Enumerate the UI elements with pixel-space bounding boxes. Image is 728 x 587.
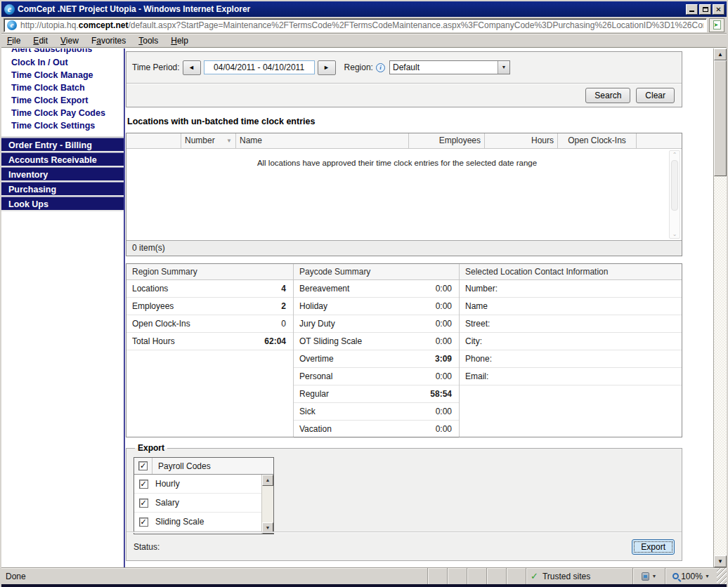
scroll-up-icon[interactable]: ⌃	[672, 152, 677, 158]
sidebar-item[interactable]: Time Clock Export	[1, 94, 124, 107]
contact-row: Name	[460, 298, 682, 315]
summary-row: Total Hours 62:04	[126, 333, 293, 350]
zoom-control[interactable]: 100% ▼	[665, 568, 717, 584]
search-button[interactable]: Search	[585, 88, 630, 103]
summary-row: Bereavement 0:00	[294, 280, 459, 298]
next-period-button[interactable]: ►	[318, 60, 336, 75]
sidebar-section[interactable]: Accounts Receivable	[1, 152, 124, 167]
payroll-code-checkbox[interactable]: ✓	[139, 517, 148, 527]
paycode-summary-header: Paycode Summary	[294, 264, 459, 280]
region-dropdown-arrow-icon[interactable]: ▼	[498, 61, 509, 74]
contact-label: Street:	[465, 319, 675, 329]
minimize-button[interactable]	[686, 4, 698, 15]
address-bar: e http://utopia.hq.comcept.net/default.a…	[1, 17, 727, 34]
scroll-up-button[interactable]: ▲	[262, 475, 273, 486]
maximize-button[interactable]	[699, 4, 711, 15]
menu-item[interactable]: Tools	[138, 36, 158, 46]
column-header[interactable]: Number▼	[181, 133, 236, 148]
sidebar: Alert Subscriptions Clock In / Out Time …	[1, 48, 125, 567]
scrollbar-thumb[interactable]	[714, 60, 727, 176]
sidebar-section[interactable]: Purchasing	[1, 182, 124, 197]
clear-button[interactable]: Clear	[636, 88, 675, 103]
zoom-dropdown-icon[interactable]: ▼	[705, 574, 710, 579]
export-legend: Export	[135, 443, 167, 453]
sidebar-item[interactable]: Time Clock Settings	[1, 119, 124, 132]
column-header[interactable]: ▼	[126, 133, 181, 148]
summary-value: 3:09	[435, 354, 452, 364]
sidebar-item[interactable]: Time Clock Batch	[1, 81, 124, 94]
sidebar-item[interactable]: Time Clock Pay Codes	[1, 107, 124, 119]
summary-value: 0:00	[436, 424, 452, 434]
menu-item[interactable]: Help	[171, 36, 188, 46]
sidebar-clipped-item[interactable]: Alert Subscriptions	[1, 48, 124, 56]
export-button[interactable]: Export	[632, 539, 675, 555]
sidebar-section[interactable]: Look Ups	[1, 197, 124, 211]
summary-value: 0	[281, 319, 286, 329]
summary-row: Overtime 3:09	[294, 350, 459, 368]
listbox-scrollbar[interactable]: ▲ ▼	[261, 475, 273, 534]
summary-value: 4	[281, 284, 286, 294]
zoom-level: 100%	[681, 572, 703, 581]
address-input[interactable]: e http://utopia.hq.comcept.net/default.a…	[4, 18, 707, 32]
sidebar-item[interactable]: Clock In / Out	[1, 56, 124, 69]
column-header[interactable]: Hours▼	[485, 133, 558, 148]
scroll-up-button[interactable]: ▲	[714, 48, 727, 60]
region-select[interactable]: Default ▼	[389, 60, 510, 74]
summary-label: Bereavement	[299, 284, 436, 294]
contact-row: Street:	[460, 315, 682, 333]
payroll-codes-label: Payroll Codes	[152, 461, 211, 471]
sidebar-section[interactable]: Inventory	[1, 167, 124, 182]
menu-item[interactable]: Favorites	[91, 36, 126, 46]
column-header[interactable]: Employees▼	[409, 133, 485, 148]
security-zone[interactable]: ✓ Trusted sites	[526, 568, 632, 584]
locations-table: ▼ Number▼ Name▼ Employees▼ Hours▼ Open C…	[126, 133, 682, 256]
summary-label: Jury Duty	[299, 319, 436, 329]
summary-value: 58:54	[430, 389, 452, 399]
payroll-code-item[interactable]: ✓ Sliding Scale	[134, 513, 261, 532]
scroll-down-icon[interactable]: ⌄	[672, 231, 677, 237]
main-panel: Time Period: ◄ ► Region: i Default ▼ Sea…	[125, 48, 713, 567]
dropdown-caret-icon[interactable]: ▼	[652, 574, 657, 579]
contact-label: Number:	[465, 284, 675, 294]
zoom-magnifier-icon	[672, 573, 679, 579]
sidebar-item[interactable]: Time Clock Manage	[1, 69, 124, 81]
summary-panel: Region Summary Locations 4 Employees 2	[126, 263, 682, 437]
protected-mode-pane[interactable]: ▼	[632, 568, 665, 584]
scrollbar-thumb[interactable]	[671, 160, 678, 211]
url-domain: comcept.net	[79, 20, 129, 30]
payroll-code-checkbox[interactable]: ✓	[139, 480, 148, 489]
column-header[interactable]: Name▼	[236, 133, 409, 148]
summary-row: Holiday 0:00	[294, 298, 459, 315]
payroll-code-checkbox[interactable]: ✓	[139, 499, 148, 508]
export-divider	[126, 532, 682, 533]
summary-row: Employees 2	[126, 298, 293, 315]
menu-item[interactable]: Edit	[33, 36, 48, 46]
close-icon: ✕	[715, 6, 721, 13]
region-info-icon[interactable]: i	[376, 63, 385, 72]
summary-value: 0:00	[436, 319, 452, 329]
summary-value: 2	[281, 301, 286, 311]
scroll-down-button[interactable]: ▼	[714, 555, 727, 567]
payroll-codes-checkbox[interactable]: ✓	[138, 461, 148, 470]
summary-value: 0:00	[436, 407, 452, 416]
page-favicon-icon: e	[7, 20, 17, 30]
payroll-code-label: Sliding Scale	[152, 517, 204, 527]
resize-grip[interactable]	[717, 568, 727, 584]
table-scrollbar[interactable]: ⌃ ⌄	[669, 150, 680, 239]
status-label: Status:	[134, 542, 160, 552]
close-button[interactable]: ✕	[713, 4, 724, 15]
sidebar-section[interactable]: Order Entry - Billing	[1, 138, 124, 152]
previous-period-button[interactable]: ◄	[183, 60, 201, 75]
menu-item[interactable]: View	[60, 36, 79, 46]
go-button[interactable]	[709, 18, 724, 32]
window-scrollbar[interactable]: ▲ ▼	[713, 48, 727, 567]
summary-row: Open Clock-Ins 0	[126, 315, 293, 333]
menu-item[interactable]: File	[7, 36, 20, 46]
summary-row: Locations 4	[126, 280, 293, 298]
summary-label: Open Clock-Ins	[132, 319, 281, 329]
sort-arrow-icon[interactable]: ▼	[222, 133, 232, 148]
payroll-code-item[interactable]: ✓ Salary	[134, 494, 261, 513]
time-period-input[interactable]	[204, 60, 315, 74]
column-header[interactable]: Open Clock-Ins▼	[558, 133, 637, 148]
payroll-code-item[interactable]: ✓ Hourly	[134, 475, 261, 494]
